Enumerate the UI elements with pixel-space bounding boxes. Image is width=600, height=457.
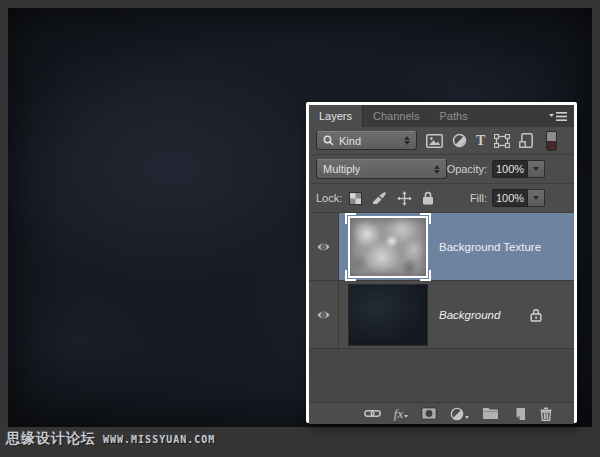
new-adjustment-layer-button[interactable] [450, 407, 469, 421]
new-layer-button[interactable] [512, 407, 526, 421]
panel-tab-bar: Layers Channels Paths [309, 105, 574, 127]
chevron-down-icon [404, 415, 408, 418]
search-icon [323, 135, 334, 146]
lock-row: Lock: [309, 184, 574, 213]
filter-toggle-switch[interactable] [546, 131, 557, 151]
layer-locked-icon [530, 308, 542, 322]
opacity-input[interactable]: 100% [492, 160, 528, 178]
selection-bracket-icon [345, 213, 356, 224]
panel-menu-icon[interactable] [548, 109, 568, 123]
filter-pixel-layers-icon[interactable] [426, 134, 443, 148]
selection-bracket-icon [420, 213, 431, 224]
add-layer-mask-button[interactable] [421, 407, 437, 420]
layer-name[interactable]: Background Texture [439, 241, 541, 253]
filter-type-layers-icon[interactable]: T [476, 134, 485, 148]
layer-name[interactable]: Background [439, 309, 500, 321]
background-thumbnail-image [348, 284, 428, 346]
opacity-dropdown-button[interactable] [528, 160, 545, 178]
layers-panel: Layers Channels Paths Kind [306, 102, 577, 423]
visibility-toggle[interactable] [309, 213, 339, 280]
fx-icon: fx [394, 407, 403, 420]
lock-image-pixels-icon[interactable] [372, 191, 387, 205]
layer-styles-button[interactable]: fx [394, 407, 408, 420]
blend-mode-dropdown[interactable]: Multiply [316, 159, 447, 179]
visibility-toggle[interactable] [309, 281, 339, 348]
lock-label: Lock: [316, 192, 342, 204]
filter-kind-label: Kind [339, 135, 361, 147]
layer-row-background[interactable]: Background [309, 281, 574, 349]
layer-list-empty-area [309, 349, 574, 402]
selection-bracket-icon [345, 270, 356, 281]
panel-bottom-toolbar: fx [309, 402, 574, 424]
blend-mode-value: Multiply [323, 163, 360, 175]
filter-smart-objects-icon[interactable] [519, 133, 533, 148]
opacity-label: Opacity: [447, 163, 487, 175]
tab-paths-label: Paths [440, 110, 468, 122]
watermark: 思缘设计论坛 WWW.MISSYUAN.COM [6, 430, 215, 448]
new-group-button[interactable] [482, 407, 499, 420]
layer-thumbnail-background[interactable] [348, 284, 428, 346]
tab-layers-label: Layers [319, 110, 352, 122]
lock-position-icon[interactable] [397, 191, 412, 206]
dropdown-stepper-icon [404, 136, 410, 145]
filter-kind-dropdown[interactable]: Kind [316, 131, 417, 150]
layer-thumbnail-background-texture[interactable] [348, 216, 428, 278]
delete-layer-icon[interactable] [539, 407, 553, 421]
filter-shape-layers-icon[interactable] [494, 134, 510, 148]
fill-label: Fill: [470, 192, 487, 204]
chevron-down-icon [465, 416, 469, 419]
link-layers-icon[interactable] [364, 409, 381, 418]
eye-icon [316, 242, 331, 252]
blend-row: Multiply Opacity: 100% [309, 155, 574, 184]
tab-layers[interactable]: Layers [309, 105, 363, 127]
tab-channels[interactable]: Channels [363, 105, 429, 127]
fill-input[interactable]: 100% [492, 189, 528, 207]
watermark-site-url: WWW.MISSYUAN.COM [103, 434, 215, 445]
filter-adjustment-layers-icon[interactable] [452, 133, 467, 148]
texture-thumbnail-image [348, 216, 428, 278]
selection-bracket-icon [420, 270, 431, 281]
dropdown-stepper-icon [434, 165, 440, 174]
lock-transparent-pixels-icon[interactable] [349, 192, 362, 205]
fill-dropdown-button[interactable] [528, 189, 545, 207]
lock-all-icon[interactable] [422, 191, 434, 205]
eye-icon [316, 310, 331, 320]
layer-list: Background Texture Background [309, 213, 574, 402]
tab-channels-label: Channels [373, 110, 419, 122]
filter-row: Kind T [309, 127, 574, 155]
watermark-site-name: 思缘设计论坛 [6, 430, 96, 448]
layer-row-background-texture[interactable]: Background Texture [309, 213, 574, 281]
tab-paths[interactable]: Paths [430, 105, 478, 127]
